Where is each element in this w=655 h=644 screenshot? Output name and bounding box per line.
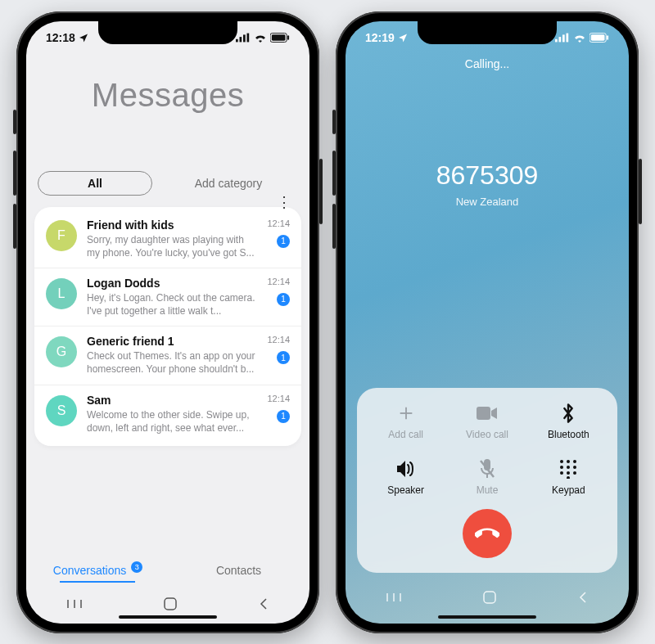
filter-all-pill[interactable]: All	[38, 171, 152, 196]
svg-rect-12	[559, 37, 562, 42]
button-label: Bluetooth	[548, 429, 590, 440]
unread-badge: 1	[277, 235, 290, 248]
avatar: L	[46, 278, 77, 309]
svg-rect-5	[272, 34, 286, 40]
svg-rect-16	[591, 34, 605, 40]
button-label: Add call	[388, 429, 423, 440]
mute-button[interactable]: Mute	[446, 458, 527, 496]
battery-icon	[590, 33, 609, 43]
button-label: Video call	[466, 429, 508, 440]
svg-point-29	[573, 466, 576, 469]
unread-badge: 1	[277, 293, 290, 306]
avatar: F	[46, 220, 77, 251]
end-call-button[interactable]	[463, 509, 512, 558]
conversation-preview: Welcome to the other side. Swipe up, dow…	[87, 408, 257, 435]
conversation-time: 12:14	[267, 277, 290, 286]
svg-point-33	[567, 476, 570, 479]
location-icon	[79, 33, 88, 43]
signal-icon	[236, 33, 251, 43]
call-status-label: Calling...	[346, 57, 629, 70]
page-title: Messages	[26, 77, 309, 114]
svg-point-30	[560, 471, 563, 475]
conversation-time: 12:14	[267, 394, 290, 403]
location-icon	[398, 33, 408, 43]
button-label: Keypad	[552, 484, 585, 496]
svg-rect-14	[567, 33, 569, 42]
svg-rect-0	[236, 38, 238, 42]
conversation-row[interactable]: F Friend with kids Sorry, my daughter wa…	[34, 210, 301, 268]
conversation-name: Friend with kids	[87, 218, 257, 232]
call-actions-panel: Add call Video call Bluetooth	[357, 388, 617, 573]
status-time: 12:18	[46, 31, 75, 44]
tab-conversations[interactable]: Conversations 3	[26, 564, 168, 578]
avatar: S	[46, 395, 77, 426]
svg-rect-2	[243, 34, 246, 42]
svg-point-25	[567, 460, 570, 463]
tab-contacts[interactable]: Contacts	[168, 564, 309, 578]
conversation-preview: Sorry, my daughter was playing with my p…	[87, 233, 257, 259]
plus-icon	[397, 403, 415, 424]
home-indicator[interactable]	[119, 615, 217, 619]
svg-rect-20	[477, 407, 490, 420]
svg-point-28	[567, 466, 570, 469]
unread-badge: 1	[277, 351, 290, 364]
svg-rect-10	[165, 598, 176, 610]
more-menu-icon[interactable]: ⋮	[277, 193, 291, 211]
home-indicator[interactable]	[438, 615, 536, 619]
bluetooth-button[interactable]: Bluetooth	[528, 403, 609, 440]
wifi-icon	[573, 33, 586, 43]
conversation-name: Logan Dodds	[87, 277, 257, 290]
notch	[418, 21, 557, 44]
nav-home-icon[interactable]	[163, 597, 178, 611]
conversation-preview: Hey, it's Logan. Check out the camera. I…	[87, 291, 257, 317]
bluetooth-icon	[561, 403, 576, 424]
nav-back-icon[interactable]	[577, 591, 589, 604]
add-call-button[interactable]: Add call	[365, 403, 446, 440]
phone-call-screen: 12:19 Calling... 8675309 New Zealand	[346, 21, 629, 624]
svg-point-24	[560, 460, 563, 463]
svg-rect-1	[240, 37, 242, 42]
conversation-row[interactable]: S Sam Welcome to the other side. Swipe u…	[34, 385, 301, 443]
keypad-icon	[559, 458, 577, 480]
conversation-row[interactable]: L Logan Dodds Hey, it's Logan. Check out…	[34, 268, 301, 326]
phone-hangup-icon	[475, 521, 499, 546]
wifi-icon	[254, 33, 267, 43]
video-icon	[477, 403, 498, 424]
conversation-list: F Friend with kids Sorry, my daughter wa…	[34, 207, 301, 447]
conversation-time: 12:14	[267, 335, 290, 345]
mute-icon	[478, 458, 496, 480]
notch	[98, 21, 237, 44]
android-nav-bar	[346, 578, 629, 617]
svg-rect-11	[555, 38, 558, 42]
svg-point-27	[560, 466, 563, 469]
add-category-button[interactable]: Add category	[159, 177, 298, 190]
keypad-button[interactable]: Keypad	[528, 458, 609, 496]
avatar: G	[46, 336, 77, 367]
conversation-preview: Check out Themes. It's an app on your ho…	[87, 349, 257, 376]
video-call-button[interactable]: Video call	[446, 403, 527, 440]
nav-home-icon[interactable]	[482, 590, 497, 605]
speaker-icon	[395, 458, 417, 480]
conversation-name: Sam	[87, 394, 257, 407]
svg-rect-37	[484, 592, 495, 603]
svg-point-26	[573, 460, 576, 463]
unread-badge: 1	[277, 410, 290, 423]
nav-back-icon[interactable]	[258, 597, 269, 610]
nav-recents-icon[interactable]	[66, 598, 83, 610]
button-label: Speaker	[387, 484, 424, 496]
svg-rect-17	[607, 35, 608, 40]
signal-icon	[555, 33, 570, 43]
conversation-name: Generic friend 1	[87, 335, 257, 348]
speaker-button[interactable]: Speaker	[365, 458, 446, 496]
bottom-tabs: Conversations 3 Contacts	[26, 552, 309, 584]
svg-rect-3	[247, 33, 250, 42]
svg-rect-6	[287, 35, 289, 40]
phone-right: 12:19 Calling... 8675309 New Zealand	[336, 11, 639, 633]
call-location: New Zealand	[346, 196, 629, 208]
tab-label: Conversations	[53, 564, 127, 577]
svg-point-31	[567, 471, 570, 475]
conversation-row[interactable]: G Generic friend 1 Check out Themes. It'…	[34, 326, 301, 384]
tab-label: Contacts	[216, 564, 261, 577]
button-label: Mute	[477, 484, 499, 496]
nav-recents-icon[interactable]	[386, 592, 402, 603]
